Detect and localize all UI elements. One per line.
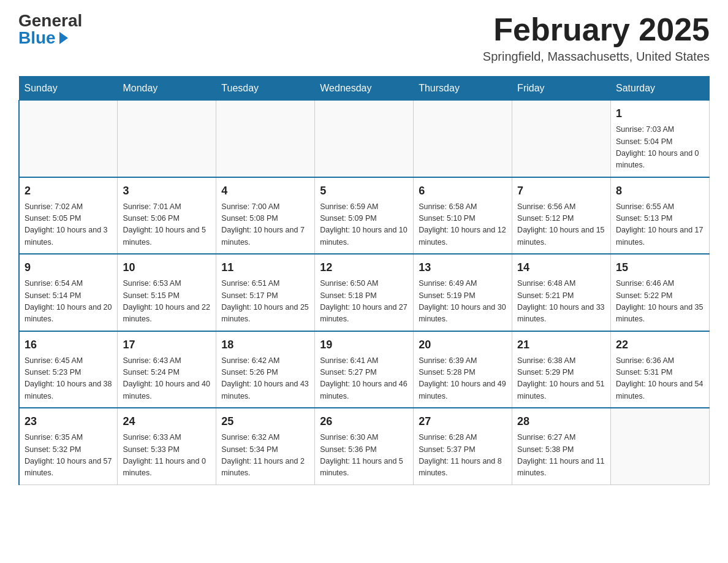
logo-general-text: General <box>18 12 82 29</box>
sunrise-text: Sunrise: 6:27 AM <box>517 433 575 442</box>
day-info: Sunrise: 7:00 AMSunset: 5:08 PMDaylight:… <box>221 201 309 249</box>
daylight-text: Daylight: 10 hours and 5 minutes. <box>123 226 206 246</box>
day-number: 24 <box>123 413 211 430</box>
sunset-text: Sunset: 5:28 PM <box>419 368 475 377</box>
day-info: Sunrise: 6:50 AMSunset: 5:18 PMDaylight:… <box>320 278 408 326</box>
sunset-text: Sunset: 5:18 PM <box>320 291 376 300</box>
calendar-day-cell: 5Sunrise: 6:59 AMSunset: 5:09 PMDaylight… <box>315 177 414 255</box>
location-subtitle: Springfield, Massachusetts, United State… <box>483 50 710 64</box>
sunrise-text: Sunrise: 6:55 AM <box>616 202 674 211</box>
sunset-text: Sunset: 5:10 PM <box>419 214 475 223</box>
day-info: Sunrise: 6:48 AMSunset: 5:21 PMDaylight:… <box>517 278 605 326</box>
calendar-day-cell: 24Sunrise: 6:33 AMSunset: 5:33 PMDayligh… <box>118 408 216 484</box>
day-number: 16 <box>25 337 112 353</box>
calendar-day-cell: 8Sunrise: 6:55 AMSunset: 5:13 PMDaylight… <box>611 177 710 255</box>
calendar-day-cell: 7Sunrise: 6:56 AMSunset: 5:12 PMDaylight… <box>512 177 611 255</box>
sunset-text: Sunset: 5:33 PM <box>123 445 179 454</box>
calendar-week-row: 2Sunrise: 7:02 AMSunset: 5:05 PMDaylight… <box>19 177 710 255</box>
day-info: Sunrise: 6:59 AMSunset: 5:09 PMDaylight:… <box>320 201 408 249</box>
calendar-day-cell: 11Sunrise: 6:51 AMSunset: 5:17 PMDayligh… <box>216 254 315 331</box>
calendar-week-row: 16Sunrise: 6:45 AMSunset: 5:23 PMDayligh… <box>19 331 710 408</box>
sunset-text: Sunset: 5:08 PM <box>221 214 278 223</box>
title-area: February 2025 Springfield, Massachusetts… <box>483 12 710 64</box>
calendar-day-cell: 9Sunrise: 6:54 AMSunset: 5:14 PMDaylight… <box>19 254 118 331</box>
calendar-week-row: 1Sunrise: 7:03 AMSunset: 5:04 PMDaylight… <box>19 101 710 177</box>
calendar-day-cell: 2Sunrise: 7:02 AMSunset: 5:05 PMDaylight… <box>19 177 118 255</box>
daylight-text: Daylight: 11 hours and 2 minutes. <box>221 457 305 477</box>
calendar-table: SundayMondayTuesdayWednesdayThursdayFrid… <box>18 76 710 485</box>
sunset-text: Sunset: 5:34 PM <box>221 445 278 454</box>
day-info: Sunrise: 6:41 AMSunset: 5:27 PMDaylight:… <box>320 355 408 403</box>
sunrise-text: Sunrise: 6:53 AM <box>123 279 181 288</box>
day-info: Sunrise: 6:38 AMSunset: 5:29 PMDaylight:… <box>517 355 605 403</box>
daylight-text: Daylight: 10 hours and 38 minutes. <box>25 380 112 400</box>
logo-blue-text: Blue <box>18 29 68 47</box>
sunrise-text: Sunrise: 6:48 AM <box>517 279 575 288</box>
day-number: 4 <box>221 183 309 199</box>
calendar-day-cell <box>611 408 710 484</box>
calendar-day-cell: 4Sunrise: 7:00 AMSunset: 5:08 PMDaylight… <box>216 177 315 255</box>
calendar-week-row: 23Sunrise: 6:35 AMSunset: 5:32 PMDayligh… <box>19 408 710 484</box>
day-number: 12 <box>320 259 408 276</box>
day-info: Sunrise: 6:35 AMSunset: 5:32 PMDaylight:… <box>25 432 112 480</box>
daylight-text: Daylight: 10 hours and 3 minutes. <box>25 226 108 246</box>
calendar-day-cell <box>512 101 611 177</box>
calendar-day-cell: 27Sunrise: 6:28 AMSunset: 5:37 PMDayligh… <box>414 408 512 484</box>
day-number: 8 <box>616 183 704 199</box>
sunset-text: Sunset: 5:24 PM <box>123 368 179 377</box>
day-info: Sunrise: 6:42 AMSunset: 5:26 PMDaylight:… <box>221 355 309 403</box>
day-number: 2 <box>25 183 112 199</box>
sunrise-text: Sunrise: 6:38 AM <box>517 356 575 365</box>
sunset-text: Sunset: 5:23 PM <box>25 368 81 377</box>
day-number: 27 <box>419 413 507 430</box>
sunrise-text: Sunrise: 6:54 AM <box>25 279 83 288</box>
sunrise-text: Sunrise: 6:35 AM <box>25 433 83 442</box>
sunrise-text: Sunrise: 7:02 AM <box>25 202 83 211</box>
day-number: 7 <box>517 183 605 199</box>
sunset-text: Sunset: 5:26 PM <box>221 368 278 377</box>
calendar-day-cell: 10Sunrise: 6:53 AMSunset: 5:15 PMDayligh… <box>118 254 216 331</box>
sunset-text: Sunset: 5:22 PM <box>616 291 672 300</box>
day-info: Sunrise: 6:54 AMSunset: 5:14 PMDaylight:… <box>25 278 112 326</box>
day-number: 3 <box>123 183 211 199</box>
calendar-day-cell: 12Sunrise: 6:50 AMSunset: 5:18 PMDayligh… <box>315 254 414 331</box>
day-number: 11 <box>221 259 309 276</box>
sunrise-text: Sunrise: 6:33 AM <box>123 433 181 442</box>
sunrise-text: Sunrise: 6:43 AM <box>123 356 181 365</box>
sunrise-text: Sunrise: 6:41 AM <box>320 356 378 365</box>
day-number: 1 <box>616 105 704 122</box>
calendar-day-cell: 14Sunrise: 6:48 AMSunset: 5:21 PMDayligh… <box>512 254 611 331</box>
daylight-text: Daylight: 10 hours and 10 minutes. <box>320 226 407 246</box>
day-number: 28 <box>517 413 605 430</box>
day-info: Sunrise: 7:02 AMSunset: 5:05 PMDaylight:… <box>25 201 112 249</box>
daylight-text: Daylight: 10 hours and 49 minutes. <box>419 380 506 400</box>
day-number: 19 <box>320 337 408 353</box>
sunset-text: Sunset: 5:36 PM <box>320 445 376 454</box>
day-number: 21 <box>517 337 605 353</box>
sunset-text: Sunset: 5:13 PM <box>616 214 672 223</box>
day-info: Sunrise: 6:56 AMSunset: 5:12 PMDaylight:… <box>517 201 605 249</box>
calendar-day-cell <box>118 101 216 177</box>
day-of-week-header: Sunday <box>19 77 118 101</box>
calendar-day-cell: 20Sunrise: 6:39 AMSunset: 5:28 PMDayligh… <box>414 331 512 408</box>
day-number: 22 <box>616 337 704 353</box>
daylight-text: Daylight: 10 hours and 35 minutes. <box>616 303 703 323</box>
daylight-text: Daylight: 11 hours and 0 minutes. <box>123 457 206 477</box>
sunrise-text: Sunrise: 7:01 AM <box>123 202 181 211</box>
daylight-text: Daylight: 10 hours and 51 minutes. <box>517 380 604 400</box>
daylight-text: Daylight: 10 hours and 43 minutes. <box>221 380 308 400</box>
day-info: Sunrise: 6:55 AMSunset: 5:13 PMDaylight:… <box>616 201 704 249</box>
sunrise-text: Sunrise: 6:32 AM <box>221 433 279 442</box>
daylight-text: Daylight: 10 hours and 22 minutes. <box>123 303 210 323</box>
calendar-day-cell: 16Sunrise: 6:45 AMSunset: 5:23 PMDayligh… <box>19 331 118 408</box>
day-number: 9 <box>25 259 112 276</box>
calendar-day-cell: 13Sunrise: 6:49 AMSunset: 5:19 PMDayligh… <box>414 254 512 331</box>
day-number: 25 <box>221 413 309 430</box>
sunrise-text: Sunrise: 6:36 AM <box>616 356 674 365</box>
daylight-text: Daylight: 10 hours and 25 minutes. <box>221 303 308 323</box>
day-number: 5 <box>320 183 408 199</box>
day-info: Sunrise: 6:51 AMSunset: 5:17 PMDaylight:… <box>221 278 309 326</box>
daylight-text: Daylight: 10 hours and 17 minutes. <box>616 226 703 246</box>
day-info: Sunrise: 6:27 AMSunset: 5:38 PMDaylight:… <box>517 432 605 480</box>
calendar-day-cell: 25Sunrise: 6:32 AMSunset: 5:34 PMDayligh… <box>216 408 315 484</box>
